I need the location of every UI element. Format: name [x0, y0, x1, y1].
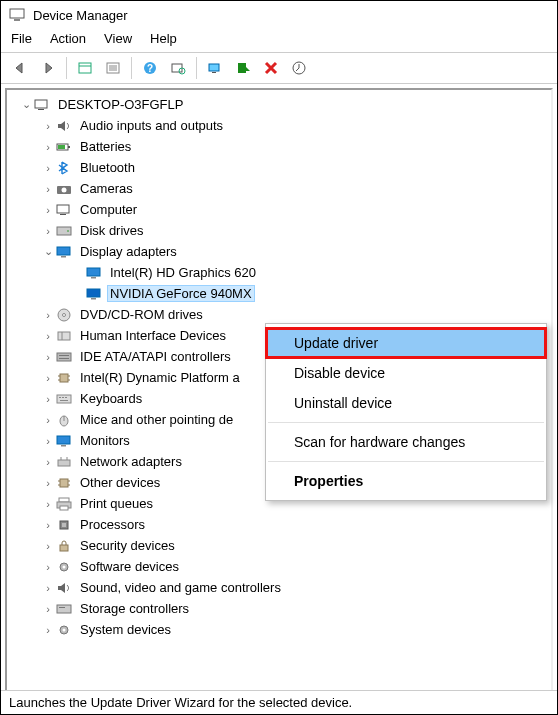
- svg-rect-37: [57, 353, 71, 361]
- svg-rect-28: [61, 256, 66, 258]
- tree-category-dvd[interactable]: ›DVD/CD-ROM drives: [9, 304, 551, 325]
- expand-icon[interactable]: ›: [41, 435, 55, 447]
- context-scan-hardware[interactable]: Scan for hardware changes: [266, 427, 546, 457]
- context-uninstall-device[interactable]: Uninstall device: [266, 388, 546, 418]
- svg-rect-2: [79, 63, 91, 73]
- tree-category-security[interactable]: ›Security devices: [9, 535, 551, 556]
- tree-device-nvidia[interactable]: ·NVIDIA GeForce 940MX: [9, 283, 551, 304]
- printer-icon: [55, 496, 73, 512]
- svg-rect-19: [68, 146, 70, 148]
- battery-icon: [55, 139, 73, 155]
- expand-icon[interactable]: ›: [41, 141, 55, 153]
- expand-icon[interactable]: ›: [41, 603, 55, 615]
- menu-file[interactable]: File: [11, 31, 32, 46]
- expand-icon[interactable]: ›: [41, 477, 55, 489]
- tree-category-label: Network adapters: [77, 453, 185, 470]
- tree-category-sound[interactable]: ›Sound, video and game controllers: [9, 577, 551, 598]
- menu-action[interactable]: Action: [50, 31, 86, 46]
- tree-device-label: Intel(R) HD Graphics 620: [107, 264, 259, 281]
- uninstall-device-toolbar-button[interactable]: [258, 56, 284, 80]
- context-disable-device[interactable]: Disable device: [266, 358, 546, 388]
- expand-icon[interactable]: ›: [41, 456, 55, 468]
- expand-icon[interactable]: ›: [41, 624, 55, 636]
- tree-category-processors[interactable]: ›Processors: [9, 514, 551, 535]
- expand-icon[interactable]: ›: [41, 204, 55, 216]
- context-update-driver[interactable]: Update driver: [266, 328, 546, 358]
- svg-text:?: ?: [147, 63, 153, 74]
- add-legacy-button[interactable]: [286, 56, 312, 80]
- scan-hardware-button[interactable]: [165, 56, 191, 80]
- net-icon: [55, 454, 73, 470]
- tree-category-label: Bluetooth: [77, 159, 138, 176]
- context-separator: [268, 461, 544, 462]
- expand-icon[interactable]: ›: [41, 351, 55, 363]
- chip-icon: [55, 475, 73, 491]
- expand-icon[interactable]: ›: [41, 162, 55, 174]
- tree-category-display[interactable]: ⌄Display adapters: [9, 241, 551, 262]
- tree-root-label: DESKTOP-O3FGFLP: [55, 96, 186, 113]
- speaker-icon: [55, 118, 73, 134]
- expand-icon[interactable]: ›: [41, 120, 55, 132]
- tree-category-label: Cameras: [77, 180, 136, 197]
- tree-category-computer[interactable]: ›Computer: [9, 199, 551, 220]
- svg-rect-32: [91, 298, 96, 300]
- svg-rect-38: [59, 355, 69, 356]
- tree-category-software[interactable]: ›Software devices: [9, 556, 551, 577]
- tree-category-cameras[interactable]: ›Cameras: [9, 178, 551, 199]
- forward-button[interactable]: [35, 56, 61, 80]
- tree-category-storage[interactable]: ›Storage controllers: [9, 598, 551, 619]
- svg-point-22: [62, 187, 67, 192]
- expand-icon[interactable]: ›: [41, 582, 55, 594]
- disable-device-toolbar-button[interactable]: [230, 56, 256, 80]
- expand-icon[interactable]: ›: [41, 519, 55, 531]
- window-title: Device Manager: [33, 8, 128, 23]
- ide-icon: [55, 349, 73, 365]
- show-hide-tree-button[interactable]: [72, 56, 98, 80]
- expand-icon[interactable]: ›: [41, 498, 55, 510]
- tree-category-system[interactable]: ›System devices: [9, 619, 551, 640]
- tree-category-label: Processors: [77, 516, 148, 533]
- tree-device-label: NVIDIA GeForce 940MX: [107, 285, 255, 302]
- svg-rect-64: [60, 506, 68, 510]
- tree-category-bluetooth[interactable]: ›Bluetooth: [9, 157, 551, 178]
- collapse-icon[interactable]: ⌄: [41, 245, 55, 258]
- back-button[interactable]: [7, 56, 33, 80]
- tree-category-disk[interactable]: ›Disk drives: [9, 220, 551, 241]
- tree-category-batteries[interactable]: ›Batteries: [9, 136, 551, 157]
- expand-icon[interactable]: ›: [41, 183, 55, 195]
- tree-category-label: Keyboards: [77, 390, 145, 407]
- svg-point-69: [63, 565, 66, 568]
- tree-category-label: Other devices: [77, 474, 163, 491]
- help-button[interactable]: ?: [137, 56, 163, 80]
- expand-icon[interactable]: ›: [41, 330, 55, 342]
- expand-icon[interactable]: ›: [41, 393, 55, 405]
- tree-category-audio[interactable]: ›Audio inputs and outputs: [9, 115, 551, 136]
- tree-device-intel[interactable]: ·Intel(R) HD Graphics 620: [9, 262, 551, 283]
- svg-rect-23: [57, 205, 69, 213]
- svg-rect-17: [38, 109, 44, 110]
- expand-icon[interactable]: ›: [41, 309, 55, 321]
- expand-icon[interactable]: ›: [41, 372, 55, 384]
- tree-root[interactable]: ⌄ DESKTOP-O3FGFLP: [9, 94, 551, 115]
- tree-category-label: Human Interface Devices: [77, 327, 229, 344]
- menu-help[interactable]: Help: [150, 31, 177, 46]
- tree-category-label: Batteries: [77, 138, 134, 155]
- device-manager-icon: [9, 7, 25, 23]
- tree-category-label: Storage controllers: [77, 600, 192, 617]
- expand-icon[interactable]: ›: [41, 540, 55, 552]
- expand-icon[interactable]: ›: [41, 225, 55, 237]
- update-driver-toolbar-button[interactable]: [202, 56, 228, 80]
- menu-view[interactable]: View: [104, 31, 132, 46]
- properties-toolbar-button[interactable]: [100, 56, 126, 80]
- mouse-icon: [55, 412, 73, 428]
- svg-rect-71: [59, 607, 65, 608]
- expand-icon[interactable]: ›: [41, 414, 55, 426]
- context-properties[interactable]: Properties: [266, 466, 546, 496]
- tree-category-label: Display adapters: [77, 243, 180, 260]
- svg-rect-31: [87, 289, 100, 297]
- expand-icon[interactable]: ›: [41, 561, 55, 573]
- svg-rect-27: [57, 247, 70, 255]
- status-bar: Launches the Update Driver Wizard for th…: [1, 690, 557, 714]
- svg-rect-13: [212, 72, 216, 73]
- collapse-icon[interactable]: ⌄: [19, 98, 33, 111]
